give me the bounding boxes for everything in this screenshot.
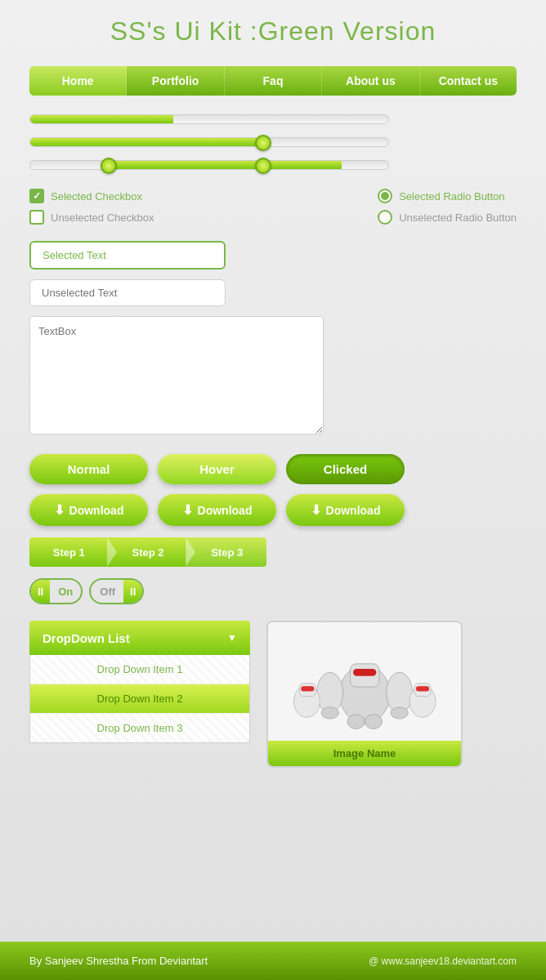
unselected-checkbox-label: Unselected Checkbox [51,212,154,224]
clicked-button[interactable]: Clicked [286,454,405,484]
toggle-on-indicator: II [31,580,50,603]
sliders-section [29,112,517,172]
svg-point-7 [347,715,365,729]
download-button-2[interactable]: ⬇ Download [158,494,276,526]
button-row-2: ⬇ Download ⬇ Download ⬇ Download [29,494,517,526]
svg-point-6 [391,707,408,719]
download-label-1: Download [69,504,124,517]
svg-rect-14 [416,686,429,691]
download-button-1[interactable]: ⬇ Download [29,494,148,526]
dropdown-label: DropDown List [43,631,130,645]
step-3[interactable]: Step 3 [187,537,266,567]
unselected-radio-item[interactable]: Unselected Radio Button [378,210,517,225]
controls-left: Selected Checkbox Unselected Checkbox [29,189,154,225]
download-icon-1: ⬇ [54,502,65,518]
selected-radio-label: Selected Radio Button [399,190,504,203]
toggle-on-switch[interactable]: II On [29,578,83,604]
normal-button[interactable]: Normal [29,454,148,484]
download-icon-3: ⬇ [311,502,321,518]
toggle-off-label: Off [91,580,123,603]
dropdown-item-3[interactable]: Drop Down Item 3 [30,714,249,742]
nav-bar: Home Portfolio Faq About us Contact us [29,66,517,96]
toggle-row: II On Off II [29,578,517,604]
selected-radio-item[interactable]: Selected Radio Button [378,189,517,203]
toggle-off-switch[interactable]: Off II [89,578,144,604]
footer-right-text: @ www.sanjeev18.deviantart.com [369,956,517,967]
nav-item-home[interactable]: Home [29,66,127,96]
slider-3-thumb-left[interactable] [101,158,117,174]
nav-item-faq[interactable]: Faq [225,66,322,96]
footer-left-text: By Sanjeev Shrestha From Deviantart [29,955,208,967]
page-title: SS's Ui Kit :Green Version [29,16,517,47]
hover-button[interactable]: Hover [158,454,276,484]
dropdown-arrow-icon: ▼ [227,632,237,644]
controls-row: Selected Checkbox Unselected Checkbox Se… [29,189,517,225]
svg-point-5 [321,707,338,719]
selected-radio[interactable] [378,189,392,203]
step-1[interactable]: Step 1 [29,537,109,567]
unselected-checkbox[interactable] [29,210,44,225]
download-label-3: Download [326,504,381,517]
buttons-section: Normal Hover Clicked ⬇ Download ⬇ Downlo… [29,454,517,526]
toggle-off-indicator: II [123,580,142,603]
controls-right: Selected Radio Button Unselected Radio B… [378,189,517,225]
svg-rect-2 [353,669,376,676]
slider-2-track[interactable] [29,137,389,147]
unselected-radio-label: Unselected Radio Button [399,212,517,224]
inputs-section [29,241,517,438]
bottom-section: DropDown List ▼ Drop Down Item 1 Drop Do… [29,621,517,768]
dropdown-container: DropDown List ▼ Drop Down Item 1 Drop Do… [29,621,250,768]
dropdown-header[interactable]: DropDown List ▼ [29,621,250,655]
slider-3-thumb-right[interactable] [255,158,271,174]
svg-point-8 [365,715,382,729]
image-caption: Image Name [268,741,461,766]
step-2[interactable]: Step 2 [109,537,188,567]
slider-3-row [29,158,517,172]
svg-rect-11 [301,686,314,691]
nav-item-portfolio[interactable]: Portfolio [127,66,224,96]
button-row-1: Normal Hover Clicked [29,454,517,484]
selected-text-input[interactable] [29,241,226,270]
slider-1-row [29,112,517,127]
footer: By Sanjeev Shrestha From Deviantart @ ww… [0,942,546,980]
toggle-on-label: On [50,580,81,603]
robot-image [278,622,451,741]
dropdown-item-2[interactable]: Drop Down Item 2 [30,684,249,714]
slider-2-row [29,135,517,149]
slider-3-track[interactable] [29,160,389,170]
download-button-3[interactable]: ⬇ Download [286,494,405,526]
selected-checkbox-label: Selected Checkbox [51,190,142,203]
selected-checkbox[interactable] [29,189,44,203]
unselected-radio[interactable] [378,210,392,225]
nav-item-contact[interactable]: Contact us [420,66,517,96]
selected-checkbox-item[interactable]: Selected Checkbox [29,189,154,203]
slider-1-track[interactable] [29,114,389,124]
image-card: Image Name [266,621,463,768]
slider-2-thumb[interactable] [255,135,271,151]
download-label-2: Download [198,504,253,517]
dropdown-item-1[interactable]: Drop Down Item 1 [30,655,249,684]
download-icon-2: ⬇ [182,502,193,518]
unselected-text-input[interactable] [29,279,226,306]
nav-item-about[interactable]: About us [322,66,419,96]
unselected-checkbox-item[interactable]: Unselected Checkbox [29,210,154,225]
dropdown-list: Drop Down Item 1 Drop Down Item 2 Drop D… [29,655,250,743]
image-placeholder [268,622,461,741]
steps-row: Step 1 Step 2 Step 3 [29,537,266,567]
textarea-input[interactable] [29,316,324,434]
